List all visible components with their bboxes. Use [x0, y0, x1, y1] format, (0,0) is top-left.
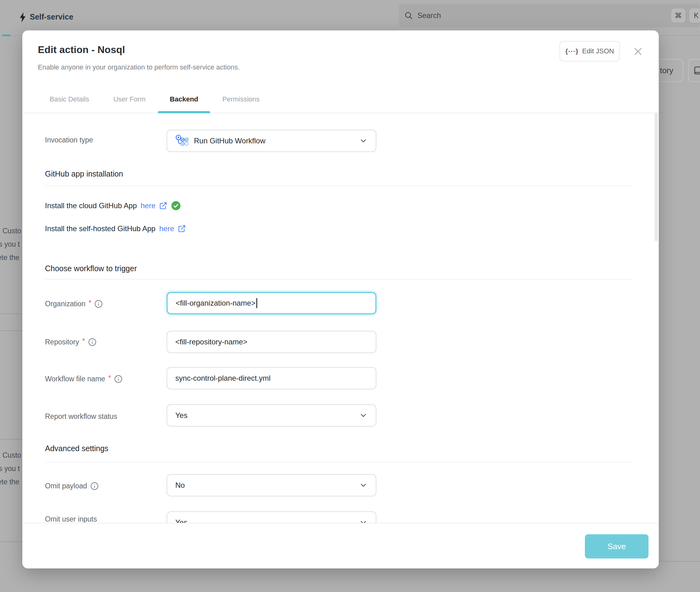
organization-value: <fill-organization-name> — [176, 299, 255, 307]
installed-check-icon — [171, 201, 181, 211]
info-icon[interactable] — [94, 300, 103, 308]
edit-json-button[interactable]: {···} Edit JSON — [559, 41, 620, 61]
search-icon — [404, 11, 413, 20]
chevron-down-icon — [359, 518, 368, 523]
info-icon[interactable] — [114, 375, 122, 383]
docs-book-button[interactable] — [688, 59, 700, 82]
background-row-divider — [659, 561, 700, 561]
report-status-label: Report workflow status — [45, 411, 117, 422]
section-heading-choose-workflow: Choose workflow to trigger — [45, 264, 137, 273]
modal-scrollbar[interactable] — [655, 113, 658, 241]
bg-text-line: Custo — [2, 451, 21, 459]
repository-label: Repository* — [45, 337, 97, 347]
section-divider — [45, 462, 632, 462]
search-placeholder: Search — [417, 11, 441, 20]
info-icon[interactable] — [90, 482, 99, 490]
invocation-type-value: Run GitHub Workflow — [194, 137, 265, 145]
required-marker: * — [82, 337, 85, 345]
label-text: Workflow file name — [45, 375, 105, 383]
cmd-key-badge: ⌘ — [671, 9, 685, 22]
install-cloud-link[interactable]: here — [141, 201, 155, 210]
github-workflow-icon — [175, 134, 188, 147]
section-divider — [45, 279, 632, 280]
invocation-type-select[interactable]: Run GitHub Workflow — [167, 130, 377, 152]
background-text-fragment: Custo s you t ete the — [0, 451, 22, 491]
page-title: Self-service — [30, 12, 73, 21]
workflow-file-input[interactable]: sync-control-plane-direct.yml — [167, 367, 377, 389]
report-status-select[interactable]: Yes — [167, 404, 377, 427]
section-divider — [45, 186, 632, 186]
info-icon[interactable] — [88, 338, 97, 346]
background-row-divider — [0, 313, 22, 314]
chevron-down-icon — [359, 411, 368, 420]
modal-body: Invocation type — [22, 114, 659, 523]
modal-title: Edit action - Nosql — [38, 44, 125, 55]
bg-text-line: s you t — [0, 240, 20, 249]
bg-text-line: s you t — [0, 464, 20, 473]
workflow-file-label: Workflow file name* — [45, 374, 122, 384]
lightning-bolt-icon — [18, 12, 27, 24]
invocation-type-label: Invocation type — [45, 135, 93, 145]
install-cloud-line: Install the cloud GitHub App here — [45, 200, 181, 211]
install-self-hosted-text: Install the self-hosted GitHub App — [45, 224, 155, 233]
workflow-file-value: sync-control-plane-direct.yml — [175, 374, 270, 383]
external-link-icon[interactable] — [178, 225, 186, 233]
screen: Self-service Search ⌘ K Custo s you t et… — [0, 0, 700, 592]
required-marker: * — [108, 374, 111, 382]
label-text: Omit payload — [45, 482, 87, 490]
bg-text-line: ete the — [0, 253, 19, 262]
label-text: Repository — [45, 338, 79, 346]
chevron-down-icon — [359, 481, 368, 490]
chevron-down-icon — [359, 137, 368, 145]
background-tab-indicator — [2, 35, 10, 36]
section-heading-advanced: Advanced settings — [45, 444, 108, 453]
tab-permissions[interactable]: Permissions — [222, 86, 260, 113]
omit-user-inputs-value: Yes — [175, 518, 187, 523]
omit-user-inputs-label: Omit user inputs — [45, 514, 97, 523]
background-text-fragment: Custo s you t ete the — [0, 227, 22, 267]
background-row-divider — [0, 541, 22, 542]
section-heading-github-app: GitHub app installation — [45, 169, 123, 179]
tab-basic-details[interactable]: Basic Details — [50, 86, 89, 113]
required-marker: * — [89, 299, 91, 307]
label-text: Omit user inputs — [45, 515, 97, 523]
k-key-badge: K — [690, 9, 700, 22]
background-row-divider — [0, 331, 22, 331]
bg-text-line: Custo — [2, 227, 21, 235]
external-link-icon[interactable] — [159, 202, 167, 210]
history-button-label: tory — [660, 66, 673, 76]
omit-payload-select[interactable]: No — [167, 474, 377, 496]
tab-backend[interactable]: Backend — [170, 86, 198, 113]
repository-value: <fill-repository-name> — [175, 338, 247, 346]
organization-input[interactable]: <fill-organization-name> — [167, 292, 377, 314]
bg-text-line: ete the — [0, 478, 19, 486]
report-status-value: Yes — [175, 411, 187, 420]
text-cursor — [256, 298, 257, 308]
install-self-hosted-link[interactable]: here — [159, 224, 174, 233]
edit-action-modal: Edit action - Nosql Enable anyone in you… — [22, 31, 659, 569]
tab-user-form[interactable]: User Form — [113, 86, 146, 113]
modal-footer: Save — [22, 523, 659, 569]
organization-label: Organization* — [45, 298, 103, 309]
omit-payload-label: Omit payload — [45, 481, 99, 491]
install-cloud-text: Install the cloud GitHub App — [45, 201, 137, 210]
repository-input[interactable]: <fill-repository-name> — [167, 331, 377, 353]
install-self-hosted-line: Install the self-hosted GitHub App here — [45, 224, 186, 234]
label-text: Organization — [45, 300, 85, 308]
json-braces-icon: {···} — [565, 47, 579, 55]
close-icon[interactable] — [629, 42, 647, 61]
modal-tabs: Basic Details User Form Backend Permissi… — [22, 86, 659, 113]
background-row-divider — [0, 439, 22, 440]
omit-user-inputs-select[interactable]: Yes — [167, 511, 377, 523]
omit-payload-value: No — [175, 481, 185, 490]
label-text: Invocation type — [45, 136, 93, 144]
edit-json-label: Edit JSON — [582, 47, 614, 55]
search-input[interactable]: Search ⌘ K — [399, 4, 700, 27]
save-button[interactable]: Save — [585, 534, 649, 558]
label-text: Report workflow status — [45, 412, 117, 421]
modal-subtitle: Enable anyone in your organization to pe… — [38, 63, 240, 71]
book-icon — [693, 66, 700, 75]
